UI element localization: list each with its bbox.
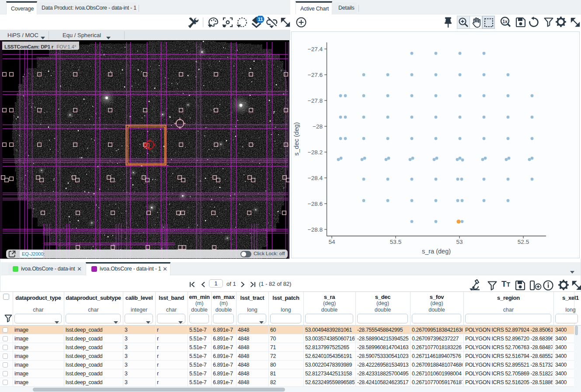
- svg-text:−27.8: −27.8: [308, 97, 323, 104]
- svg-text:11: 11: [258, 17, 263, 22]
- svg-text:53: 53: [456, 239, 463, 245]
- svg-text:s_dec (deg): s_dec (deg): [293, 122, 300, 156]
- svg-text:−27.4: −27.4: [308, 46, 323, 52]
- svg-text:−28.6: −28.6: [308, 201, 323, 207]
- svg-text:−28: −28: [313, 123, 323, 130]
- svg-text:52.5: 52.5: [518, 239, 529, 245]
- svg-text:−28.4: −28.4: [308, 175, 323, 181]
- svg-text:1x: 1x: [502, 19, 508, 24]
- svg-text:s_ra (deg): s_ra (deg): [422, 248, 451, 255]
- svg-text:53.5: 53.5: [390, 239, 401, 245]
- svg-text:−28.2: −28.2: [308, 149, 323, 156]
- svg-text:54: 54: [328, 239, 335, 245]
- svg-text:−27.6: −27.6: [308, 72, 323, 78]
- svg-text:−28.8: −28.8: [308, 226, 323, 233]
